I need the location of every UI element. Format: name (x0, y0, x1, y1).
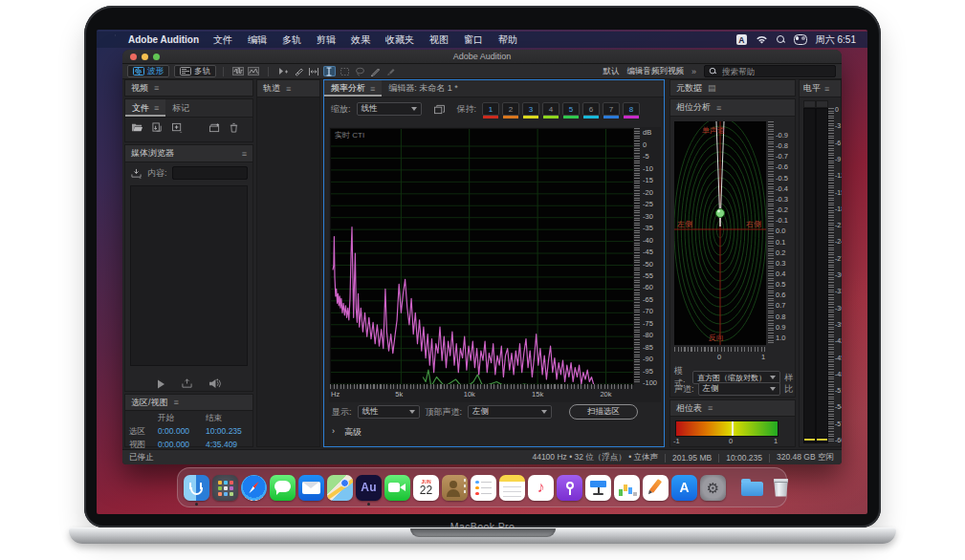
media-browser-list[interactable] (130, 185, 248, 366)
menu-item-8[interactable]: 帮助 (491, 33, 525, 47)
new-item-icon[interactable] (171, 122, 184, 133)
help-search[interactable] (704, 65, 836, 77)
phase-scope[interactable] (674, 121, 766, 345)
trim-tool-icon[interactable] (308, 66, 320, 76)
tab-frequency-analysis[interactable]: 频率分析≡ (324, 80, 382, 97)
panel-menu-icon[interactable]: ≡ (154, 103, 159, 113)
brush-tool-icon[interactable] (384, 66, 397, 76)
selection-start[interactable]: 0:00.000 (158, 426, 206, 438)
spectral-view-icon[interactable] (248, 66, 260, 76)
menu-clock[interactable]: 周六 6:51 (816, 33, 856, 47)
panel-menu-icon[interactable]: ≡ (716, 103, 721, 113)
menu-item-5[interactable]: 收藏夹 (378, 33, 422, 47)
hold-button-5[interactable]: 5 (562, 102, 580, 116)
selection-end[interactable]: 10:00.235 (206, 426, 258, 438)
dock-pages-icon[interactable] (643, 475, 669, 501)
dock-podcasts-icon[interactable] (557, 475, 582, 501)
slip-tool-icon[interactable] (277, 66, 290, 76)
dock-music-icon[interactable]: ♪ (528, 475, 554, 501)
help-search-input[interactable] (720, 66, 831, 77)
top-channel-dropdown[interactable]: 左侧 (468, 405, 552, 419)
menu-item-6[interactable]: 视图 (422, 33, 456, 47)
apple-menu-icon[interactable] (110, 34, 120, 46)
scan-selection-button[interactable]: 扫描选区 (569, 404, 638, 420)
import-download-icon[interactable] (130, 168, 143, 179)
panel-menu-icon[interactable]: ≡ (286, 84, 291, 94)
control-center-icon[interactable] (794, 34, 807, 45)
workspace-default[interactable]: 默认 (603, 66, 619, 77)
input-method-icon[interactable]: A (736, 34, 747, 45)
menu-item-0[interactable]: 文件 (206, 33, 240, 47)
dock-numbers-icon[interactable] (614, 475, 640, 501)
workspace-active[interactable]: 编辑音频到视频 (626, 66, 684, 77)
dock-notes-icon[interactable] (499, 475, 525, 501)
spectrum-plot[interactable] (330, 128, 634, 385)
dock-calendar-icon[interactable]: JUN22 (413, 475, 439, 501)
dock-mail-icon[interactable] (298, 475, 324, 501)
menu-item-4[interactable]: 效果 (343, 33, 378, 47)
dock-maps-icon[interactable] (327, 475, 353, 501)
advanced-chevron-icon[interactable]: › (332, 426, 335, 439)
panel-menu-icon[interactable]: ≡ (370, 84, 375, 94)
wifi-icon[interactable] (756, 35, 768, 45)
auto-play-icon[interactable] (181, 378, 193, 389)
display-dropdown[interactable]: 线性 (358, 405, 420, 419)
dock-safari-icon[interactable] (241, 475, 267, 501)
hold-button-7[interactable]: 7 (603, 102, 620, 116)
panel-menu-icon[interactable]: ≡ (174, 398, 179, 407)
batch-new-icon[interactable] (208, 122, 221, 133)
dock-messages-icon[interactable] (270, 475, 296, 501)
spotlight-search-icon[interactable] (777, 35, 785, 44)
menu-item-3[interactable]: 剪辑 (309, 33, 343, 47)
menu-item-2[interactable]: 多轨 (274, 33, 309, 47)
waveform-button[interactable]: 波形 (127, 65, 169, 77)
hold-button-3[interactable]: 3 (522, 102, 539, 116)
panel-menu-icon[interactable]: ≡ (708, 403, 713, 413)
open-folder-icon[interactable] (131, 122, 143, 133)
hold-button-2[interactable]: 2 (502, 102, 519, 116)
time-selection-tool-icon[interactable] (323, 66, 336, 76)
dock-settings-icon[interactable]: ⚙ (700, 475, 726, 501)
scale-dropdown[interactable]: 线性 (357, 102, 422, 116)
dock-finder-icon[interactable] (184, 475, 209, 501)
window-title-bar[interactable]: Adobe Audition (122, 50, 842, 64)
waveform-view-icon[interactable] (232, 66, 245, 76)
hold-button-1[interactable]: 1 (482, 102, 499, 116)
hold-button-8[interactable]: 8 (623, 102, 640, 116)
razor-tool-icon[interactable] (293, 66, 305, 76)
multitrack-button[interactable]: 多轨 (174, 65, 216, 77)
lasso-tool-icon[interactable] (354, 66, 366, 76)
import-file-icon[interactable] (151, 122, 164, 133)
dock-audition-icon[interactable]: Au (356, 475, 382, 501)
dock-trash-icon[interactable] (768, 475, 794, 501)
menu-app-name[interactable]: Adobe Audition (128, 34, 199, 45)
marquee-tool-icon[interactable] (339, 66, 351, 76)
content-filter-input[interactable] (172, 166, 248, 180)
trash-icon[interactable] (229, 122, 239, 133)
dock-reminders-icon[interactable] (471, 475, 496, 501)
video-panel-header[interactable]: 视频≡ (124, 79, 253, 97)
pencil-tool-icon[interactable] (369, 66, 382, 76)
workspace-overflow-chevrons[interactable]: » (691, 67, 696, 76)
advanced-label[interactable]: 高级 (344, 426, 362, 439)
tab-markers[interactable]: 标记 (165, 99, 196, 117)
menu-item-1[interactable]: 编辑 (240, 33, 274, 47)
panel-menu-icon[interactable]: ≡ (154, 83, 159, 93)
metadata-panel-header[interactable]: 元数据▤ (669, 79, 796, 97)
dock-facetime-icon[interactable] (384, 475, 410, 501)
hold-button-4[interactable]: 4 (542, 102, 559, 116)
dock-folder-icon[interactable] (739, 475, 765, 501)
copy-graph-icon[interactable] (433, 104, 446, 115)
panel-menu-icon[interactable]: ≡ (824, 84, 829, 94)
speaker-icon[interactable] (208, 378, 222, 389)
play-icon[interactable] (157, 379, 165, 389)
panel-menu-icon[interactable]: ▤ (708, 83, 716, 93)
panel-menu-icon[interactable]: ≡ (242, 149, 247, 159)
dock-appstore-icon[interactable]: A (671, 475, 697, 501)
menu-item-7[interactable]: 窗口 (456, 33, 491, 47)
dock-keynote-icon[interactable] (585, 475, 611, 501)
tab-editor[interactable]: 编辑器: 未命名 1 * (382, 80, 465, 97)
dock-launchpad-icon[interactable] (212, 475, 238, 501)
tab-files[interactable]: 文件≡ (125, 99, 165, 117)
dock-contacts-icon[interactable] (442, 475, 468, 501)
